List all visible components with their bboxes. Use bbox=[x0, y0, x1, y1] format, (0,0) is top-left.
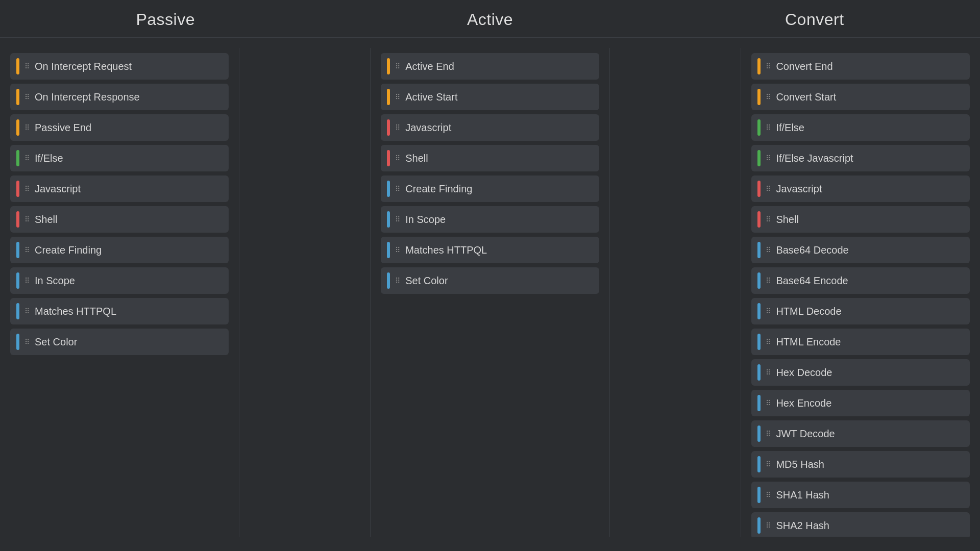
drag-icon-html-decode: ⠿ bbox=[766, 307, 771, 315]
drag-icon-hex-encode: ⠿ bbox=[766, 399, 771, 407]
drag-icon-active-start: ⠿ bbox=[395, 93, 400, 101]
list-item-active-start[interactable]: ⠿Active Start bbox=[381, 84, 599, 110]
drag-icon-javascript: ⠿ bbox=[766, 185, 771, 193]
drag-icon-javascript: ⠿ bbox=[395, 123, 400, 132]
color-bar-create-finding bbox=[387, 181, 390, 197]
item-label-base64-decode: Base64 Decode bbox=[776, 244, 848, 256]
list-item-on-intercept-response[interactable]: ⠿On Intercept Response bbox=[10, 84, 229, 110]
drag-icon-create-finding: ⠿ bbox=[395, 185, 400, 193]
list-item-md5-hash[interactable]: ⠿MD5 Hash bbox=[751, 451, 970, 478]
drag-icon-convert-start: ⠿ bbox=[766, 93, 771, 101]
passive-column: ⠿On Intercept Request⠿On Intercept Respo… bbox=[0, 48, 239, 537]
item-label-shell: Shell bbox=[776, 214, 798, 226]
list-item-in-scope[interactable]: ⠿In Scope bbox=[10, 267, 229, 294]
color-bar-base64-decode bbox=[757, 242, 761, 258]
list-item-javascript[interactable]: ⠿Javascript bbox=[381, 114, 599, 141]
color-bar-if-else bbox=[16, 150, 19, 166]
list-item-set-color[interactable]: ⠿Set Color bbox=[381, 267, 599, 294]
list-item-create-finding[interactable]: ⠿Create Finding bbox=[10, 237, 229, 263]
drag-icon-set-color: ⠿ bbox=[24, 338, 30, 346]
color-bar-base64-encode bbox=[757, 272, 761, 289]
drag-icon-shell: ⠿ bbox=[766, 215, 771, 223]
list-item-passive-end[interactable]: ⠿Passive End bbox=[10, 114, 229, 141]
color-bar-passive-end bbox=[16, 119, 19, 136]
item-label-javascript: Javascript bbox=[35, 183, 81, 195]
drag-icon-on-intercept-request: ⠿ bbox=[24, 62, 30, 70]
color-bar-hex-decode bbox=[757, 364, 761, 381]
item-label-javascript: Javascript bbox=[776, 183, 822, 195]
list-item-active-end[interactable]: ⠿Active End bbox=[381, 53, 599, 80]
list-item-javascript[interactable]: ⠿Javascript bbox=[751, 176, 970, 202]
list-item-sha2-hash[interactable]: ⠿SHA2 Hash bbox=[751, 512, 970, 537]
color-bar-hex-encode bbox=[757, 395, 761, 411]
item-label-in-scope: In Scope bbox=[35, 275, 75, 287]
item-label-on-intercept-response: On Intercept Response bbox=[35, 91, 140, 103]
color-bar-shell bbox=[387, 150, 390, 166]
item-label-passive-end: Passive End bbox=[35, 122, 91, 134]
color-bar-jwt-decode bbox=[757, 425, 761, 442]
active-header: Active bbox=[467, 10, 513, 29]
list-item-jwt-decode[interactable]: ⠿JWT Decode bbox=[751, 420, 970, 447]
color-bar-set-color bbox=[16, 334, 19, 350]
list-item-base64-decode[interactable]: ⠿Base64 Decode bbox=[751, 237, 970, 263]
color-bar-matches-httpql bbox=[16, 303, 19, 319]
drag-icon-hex-decode: ⠿ bbox=[766, 368, 771, 377]
drag-icon-if-else: ⠿ bbox=[766, 123, 771, 132]
list-item-convert-end[interactable]: ⠿Convert End bbox=[751, 53, 970, 80]
drag-icon-base64-decode: ⠿ bbox=[766, 246, 771, 254]
list-item-matches-httpql[interactable]: ⠿Matches HTTPQL bbox=[10, 298, 229, 324]
list-item-shell[interactable]: ⠿Shell bbox=[10, 206, 229, 233]
list-item-html-encode[interactable]: ⠿HTML Encode bbox=[751, 329, 970, 355]
color-bar-sha1-hash bbox=[757, 487, 761, 503]
header: Passive Active Convert bbox=[0, 0, 980, 38]
item-label-hex-encode: Hex Encode bbox=[776, 397, 831, 409]
color-bar-matches-httpql bbox=[387, 242, 390, 258]
list-item-matches-httpql[interactable]: ⠿Matches HTTPQL bbox=[381, 237, 599, 263]
item-label-base64-encode: Base64 Encode bbox=[776, 275, 848, 287]
color-bar-active-end bbox=[387, 58, 390, 74]
item-label-hex-decode: Hex Decode bbox=[776, 367, 832, 379]
list-item-if-else-javascript[interactable]: ⠿If/Else Javascript bbox=[751, 145, 970, 171]
color-bar-md5-hash bbox=[757, 456, 761, 472]
list-item-on-intercept-request[interactable]: ⠿On Intercept Request bbox=[10, 53, 229, 80]
color-bar-sha2-hash bbox=[757, 517, 761, 534]
list-item-set-color[interactable]: ⠿Set Color bbox=[10, 329, 229, 355]
color-bar-in-scope bbox=[387, 211, 390, 228]
item-label-create-finding: Create Finding bbox=[405, 183, 472, 195]
drag-icon-in-scope: ⠿ bbox=[24, 277, 30, 285]
list-item-javascript[interactable]: ⠿Javascript bbox=[10, 176, 229, 202]
list-item-hex-decode[interactable]: ⠿Hex Decode bbox=[751, 359, 970, 386]
drag-icon-shell: ⠿ bbox=[395, 154, 400, 162]
color-bar-shell bbox=[757, 211, 761, 228]
list-item-create-finding[interactable]: ⠿Create Finding bbox=[381, 176, 599, 202]
drag-icon-base64-encode: ⠿ bbox=[766, 277, 771, 285]
list-item-shell[interactable]: ⠿Shell bbox=[381, 145, 599, 171]
drag-icon-matches-httpql: ⠿ bbox=[24, 307, 30, 315]
list-item-shell[interactable]: ⠿Shell bbox=[751, 206, 970, 233]
drag-icon-in-scope: ⠿ bbox=[395, 215, 400, 223]
item-label-sha1-hash: SHA1 Hash bbox=[776, 489, 829, 501]
list-item-html-decode[interactable]: ⠿HTML Decode bbox=[751, 298, 970, 324]
list-item-hex-encode[interactable]: ⠿Hex Encode bbox=[751, 390, 970, 416]
item-label-active-start: Active Start bbox=[405, 91, 457, 103]
item-label-on-intercept-request: On Intercept Request bbox=[35, 61, 132, 72]
drag-icon-if-else: ⠿ bbox=[24, 154, 30, 162]
item-label-active-end: Active End bbox=[405, 61, 454, 72]
item-label-matches-httpql: Matches HTTPQL bbox=[405, 244, 487, 256]
drag-icon-javascript: ⠿ bbox=[24, 185, 30, 193]
list-item-convert-start[interactable]: ⠿Convert Start bbox=[751, 84, 970, 110]
list-item-sha1-hash[interactable]: ⠿SHA1 Hash bbox=[751, 482, 970, 508]
list-item-if-else[interactable]: ⠿If/Else bbox=[10, 145, 229, 171]
item-label-convert-start: Convert Start bbox=[776, 91, 836, 103]
drag-icon-if-else-javascript: ⠿ bbox=[766, 154, 771, 162]
item-label-if-else: If/Else bbox=[776, 122, 804, 134]
list-item-if-else[interactable]: ⠿If/Else bbox=[751, 114, 970, 141]
color-bar-create-finding bbox=[16, 242, 19, 258]
item-label-convert-end: Convert End bbox=[776, 61, 832, 72]
convert-header: Convert bbox=[785, 10, 844, 29]
list-item-base64-encode[interactable]: ⠿Base64 Encode bbox=[751, 267, 970, 294]
list-item-in-scope[interactable]: ⠿In Scope bbox=[381, 206, 599, 233]
color-bar-html-decode bbox=[757, 303, 761, 319]
item-label-create-finding: Create Finding bbox=[35, 244, 102, 256]
drag-icon-shell: ⠿ bbox=[24, 215, 30, 223]
